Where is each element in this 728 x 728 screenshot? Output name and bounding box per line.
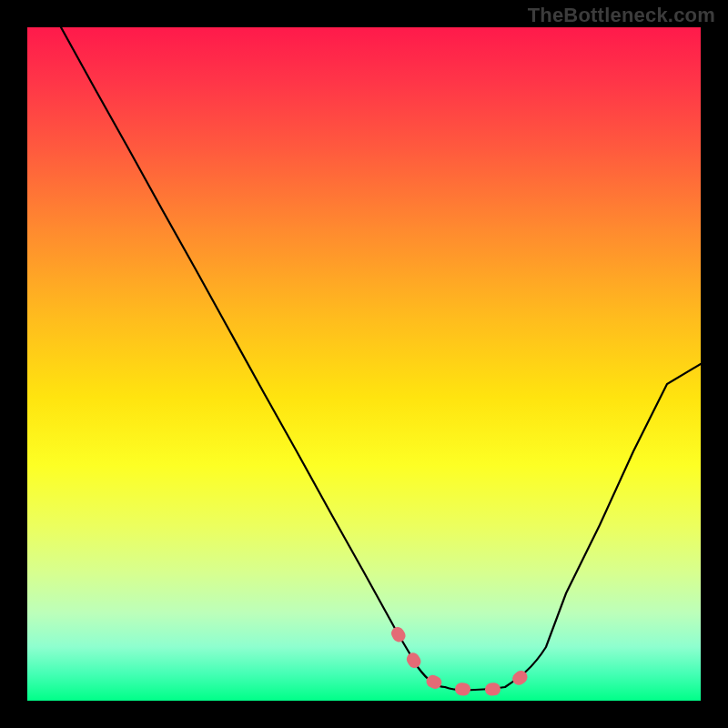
bottleneck-curve bbox=[61, 27, 701, 691]
curve-svg bbox=[27, 27, 701, 701]
highlight-dots bbox=[398, 633, 526, 690]
plot-area bbox=[27, 27, 701, 701]
chart-frame: TheBottleneck.com bbox=[0, 0, 728, 728]
watermark-text: TheBottleneck.com bbox=[528, 4, 715, 27]
